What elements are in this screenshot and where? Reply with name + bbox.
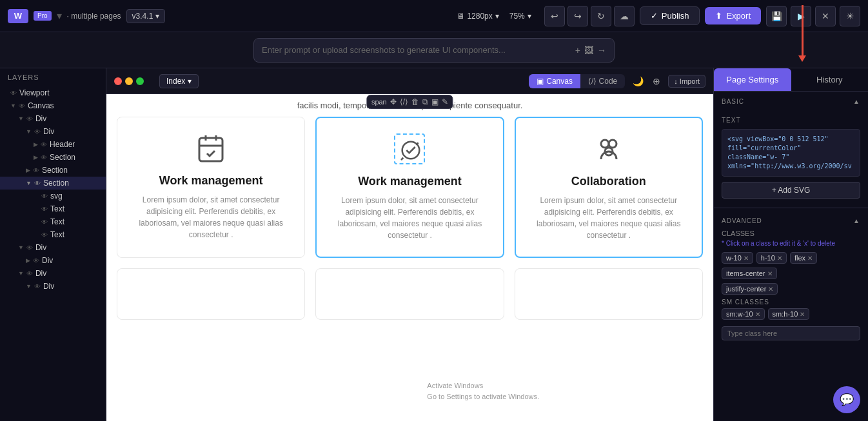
- layer-label: Div: [35, 269, 46, 278]
- plus-icon[interactable]: ⊕: [650, 73, 663, 89]
- delete-tool[interactable]: 🗑: [411, 97, 419, 106]
- card-work-management-1[interactable]: Work management Lorem ipsum dolor, sit a…: [117, 117, 305, 258]
- card-collaboration[interactable]: Collaboration Lorem ipsum dolor, sit ame…: [515, 117, 703, 258]
- type-class-input[interactable]: [722, 326, 860, 340]
- eye-icon: 👁: [41, 231, 48, 239]
- layer-canvas[interactable]: ▼ 👁 Canvas: [0, 99, 106, 112]
- add-svg-button[interactable]: + Add SVG: [722, 182, 860, 199]
- activate-windows: Activate Windows Go to Settings to activ…: [427, 380, 539, 402]
- chat-bubble[interactable]: 💬: [833, 386, 860, 413]
- copy-tool[interactable]: ⧉: [422, 97, 428, 106]
- refresh-button[interactable]: ↻: [591, 6, 611, 26]
- layer-section-1[interactable]: ▶ 👁 Section: [0, 151, 106, 164]
- eye-icon: 👁: [41, 141, 47, 148]
- theme-button[interactable]: ☀: [840, 6, 860, 26]
- bottom-card-1: [117, 268, 305, 320]
- sm-class-tag-w10[interactable]: sm:w-10 ✕: [722, 308, 765, 320]
- moon-icon[interactable]: 🌙: [630, 73, 646, 89]
- version-button[interactable]: v3.4.1 ▾: [126, 9, 166, 23]
- tab-page-settings[interactable]: Page Settings: [714, 68, 791, 91]
- layer-svg[interactable]: 👁 svg: [0, 190, 106, 202]
- card-title-1: Work management: [159, 174, 263, 188]
- plus-icon[interactable]: +: [575, 45, 580, 55]
- card-text-2: Lorem ipsum dolor, sit amet consectetur …: [330, 195, 489, 241]
- layer-text-3[interactable]: 👁 Text: [0, 228, 106, 241]
- layer-text-1[interactable]: 👁 Text: [0, 202, 106, 215]
- layer-div-5[interactable]: ▼ 👁 Div: [0, 267, 106, 280]
- layer-header[interactable]: ▶ 👁 Header: [0, 138, 106, 151]
- arrow-right-icon[interactable]: →: [597, 45, 606, 55]
- layer-label: Section: [50, 153, 75, 162]
- sm-class-tag-x[interactable]: ✕: [800, 311, 805, 318]
- export-button[interactable]: ⬆ Export: [705, 7, 761, 24]
- main-layout: Layers 👁 Viewport ▼ 👁 Canvas ▼ 👁 Div ▼ 👁…: [0, 68, 868, 421]
- text-code-box[interactable]: <svg viewBox="0 0 512 512" fill="current…: [722, 129, 860, 177]
- layer-text-2[interactable]: 👁 Text: [0, 215, 106, 228]
- sm-class-tags: sm:w-10 ✕ sm:h-10 ✕: [722, 308, 860, 320]
- arrow-icon: ▶: [34, 141, 38, 148]
- image-icon[interactable]: 🖼: [584, 45, 593, 55]
- save-icon-button[interactable]: 💾: [766, 6, 787, 26]
- tab-history[interactable]: History: [791, 68, 869, 91]
- layer-div-1[interactable]: ▼ 👁 Div: [0, 112, 106, 125]
- viewport-button[interactable]: 🖥 1280px ▾: [457, 12, 498, 21]
- layer-section-3[interactable]: ▼ 👁 Section: [0, 177, 106, 190]
- layer-div-4[interactable]: ▶ 👁 Div: [0, 254, 106, 267]
- eye-icon: 👁: [41, 193, 48, 200]
- eye-icon: 👁: [26, 270, 33, 277]
- class-tag-h10[interactable]: h-10 ✕: [756, 252, 787, 264]
- layer-label: Section: [43, 179, 69, 188]
- canvas-content: facilis modi, tempore minus et adipisci …: [106, 94, 713, 421]
- import-button[interactable]: ↓ Import: [668, 75, 705, 88]
- zoom-button[interactable]: 75% ▾: [509, 12, 531, 21]
- redo-button[interactable]: ↪: [567, 6, 588, 26]
- canvas-view-button[interactable]: ▣ Canvas: [529, 74, 580, 88]
- class-tag-x[interactable]: ✕: [807, 255, 813, 262]
- dropdown-arrow[interactable]: ▾: [57, 10, 62, 22]
- prompt-placeholder: Enter prompt or upload screenshots to ge…: [262, 45, 506, 55]
- layer-div-3[interactable]: ▼ 👁 Div: [0, 241, 106, 254]
- play-button[interactable]: ▶: [791, 6, 811, 26]
- top-bar: W Pro ▾ · multiple pages v3.4.1 ▾ 🖥 1280…: [0, 0, 868, 32]
- class-tag-w10[interactable]: w-10 ✕: [722, 252, 753, 264]
- close-button[interactable]: ✕: [815, 6, 836, 26]
- class-tag-x[interactable]: ✕: [744, 255, 749, 262]
- class-tag-x[interactable]: ✕: [777, 255, 782, 262]
- layer-section-2[interactable]: ▶ 👁 Section: [0, 164, 106, 177]
- card-work-management-2[interactable]: Work management Lorem ipsum dolor, sit a…: [315, 117, 504, 258]
- page-selector[interactable]: Index ▾: [159, 74, 199, 88]
- class-tag-x[interactable]: ✕: [768, 286, 773, 293]
- edit-tool[interactable]: ✎: [442, 97, 448, 106]
- export-icon: ⬆: [715, 11, 722, 21]
- move-tool[interactable]: ✥: [390, 97, 397, 106]
- layer-div-2[interactable]: ▼ 👁 Div: [0, 125, 106, 138]
- panel-divider: [714, 208, 868, 208]
- publish-button[interactable]: ✓ Publish: [640, 6, 700, 25]
- layer-label: Canvas: [28, 101, 54, 110]
- prompt-input-container[interactable]: Enter prompt or upload screenshots to ge…: [253, 38, 615, 63]
- sm-class-tag-h10[interactable]: sm:h-10 ✕: [768, 308, 810, 320]
- advanced-label: ADVANCED: [722, 217, 762, 224]
- class-tag-x[interactable]: ✕: [767, 270, 773, 277]
- close-traffic-light[interactable]: [114, 77, 122, 85]
- class-tag-flex[interactable]: flex ✕: [790, 252, 817, 264]
- class-tag-items-center[interactable]: items-center ✕: [722, 268, 777, 279]
- layer-div-6[interactable]: ▼ 👁 Div: [0, 280, 106, 293]
- advanced-collapse-icon[interactable]: ▲: [853, 217, 860, 224]
- layer-viewport[interactable]: 👁 Viewport: [0, 86, 106, 99]
- undo-button[interactable]: ↩: [544, 6, 565, 26]
- grid-tool[interactable]: ▣: [431, 97, 439, 106]
- traffic-lights: [114, 77, 144, 85]
- code-view-button[interactable]: ⟨/⟩ Code: [580, 74, 625, 88]
- class-tag-justify-center[interactable]: justify-center ✕: [722, 283, 778, 295]
- cloud-button[interactable]: ☁: [614, 6, 635, 26]
- sm-class-tag-x[interactable]: ✕: [755, 311, 760, 318]
- minimize-traffic-light[interactable]: [125, 77, 133, 85]
- code-tool[interactable]: ⟨/⟩: [400, 97, 408, 106]
- svg-rect-0: [199, 138, 222, 161]
- maximize-traffic-light[interactable]: [136, 77, 144, 85]
- logo: W: [8, 9, 28, 23]
- advanced-section: ADVANCED ▲ CLASSES * Click on a class to…: [714, 211, 868, 347]
- right-panel: Page Settings History BASIC ▲ TEXT <svg …: [713, 68, 868, 421]
- basic-collapse-icon[interactable]: ▲: [853, 98, 860, 105]
